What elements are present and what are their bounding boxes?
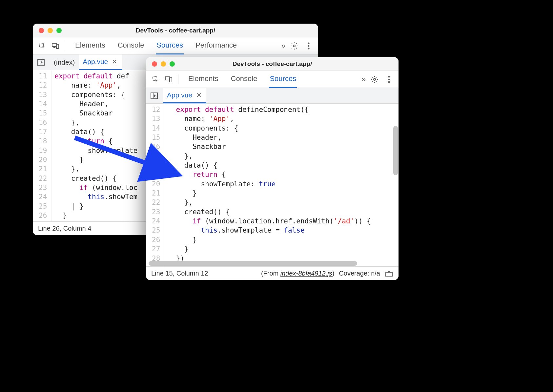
fullscreen-window-button[interactable] bbox=[170, 61, 175, 67]
toolbar: Elements Console Sources Performance » bbox=[33, 37, 318, 54]
more-tabs-icon[interactable]: » bbox=[362, 75, 365, 84]
cursor-position: Line 15, Column 12 bbox=[151, 270, 208, 277]
coverage-status: Coverage: n/a bbox=[339, 270, 380, 277]
svg-rect-18 bbox=[386, 272, 392, 276]
window-title: DevTools - coffee-cart.app/ bbox=[33, 27, 318, 34]
panel-toggle-icon[interactable] bbox=[149, 91, 159, 101]
file-tabs: App.vue ✕ bbox=[146, 88, 399, 104]
panel-toggle-icon[interactable] bbox=[36, 57, 46, 67]
svg-point-14 bbox=[388, 78, 390, 80]
svg-point-6 bbox=[308, 48, 310, 49]
status-bar: Line 15, Column 12 (From index-8bfa4912.… bbox=[146, 266, 399, 280]
tab-sources[interactable]: Sources bbox=[269, 71, 297, 88]
fullscreen-window-button[interactable] bbox=[56, 28, 62, 33]
tab-elements[interactable]: Elements bbox=[74, 37, 106, 54]
close-window-button[interactable] bbox=[39, 28, 44, 33]
tab-elements[interactable]: Elements bbox=[188, 71, 219, 88]
close-tab-icon[interactable]: ✕ bbox=[195, 91, 202, 99]
devtools-window-b: DevTools - coffee-cart.app/ Elements Con… bbox=[146, 57, 399, 280]
tab-console[interactable]: Console bbox=[230, 71, 258, 88]
file-tab-label: (index) bbox=[54, 58, 75, 66]
kebab-menu-icon[interactable] bbox=[304, 41, 314, 51]
drawer-toggle-icon[interactable] bbox=[385, 269, 393, 278]
kebab-menu-icon[interactable] bbox=[384, 74, 394, 84]
svg-point-5 bbox=[308, 45, 310, 47]
device-toggle-icon[interactable] bbox=[51, 41, 60, 51]
svg-point-4 bbox=[308, 42, 310, 44]
panel-tabs: Elements Console Sources Performance bbox=[74, 37, 237, 54]
file-tab-app[interactable]: App.vue ✕ bbox=[163, 88, 206, 103]
select-element-icon[interactable] bbox=[151, 74, 160, 84]
separator bbox=[178, 74, 178, 84]
svg-point-15 bbox=[388, 81, 390, 83]
file-tab-app[interactable]: App.vue ✕ bbox=[79, 54, 122, 70]
code-body[interactable]: export default defineComponent({ name: '… bbox=[165, 104, 399, 266]
cursor-position: Line 26, Column 4 bbox=[38, 225, 91, 232]
toolbar: Elements Console Sources » bbox=[146, 71, 399, 88]
select-element-icon[interactable] bbox=[37, 41, 47, 51]
sourcemap-origin: (From index-8bfa4912.js) bbox=[261, 270, 334, 277]
code-editor[interactable]: 1213141516171819202122232425262728 expor… bbox=[146, 104, 399, 266]
svg-point-13 bbox=[388, 76, 390, 77]
minimize-window-button[interactable] bbox=[161, 61, 166, 67]
line-gutter: 111213141516171819202122232425262728 bbox=[33, 70, 52, 221]
svg-point-12 bbox=[374, 78, 376, 80]
tab-performance[interactable]: Performance bbox=[195, 37, 237, 54]
scrollbar-vertical[interactable] bbox=[393, 106, 398, 258]
settings-icon[interactable] bbox=[289, 41, 299, 51]
more-tabs-icon[interactable]: » bbox=[281, 42, 285, 50]
tab-console[interactable]: Console bbox=[117, 37, 145, 54]
traffic-lights bbox=[33, 28, 62, 33]
titlebar[interactable]: DevTools - coffee-cart.app/ bbox=[146, 57, 399, 71]
file-tab-label: App.vue bbox=[167, 91, 192, 99]
line-gutter: 1213141516171819202122232425262728 bbox=[146, 104, 165, 266]
settings-icon[interactable] bbox=[370, 74, 379, 84]
minimize-window-button[interactable] bbox=[48, 28, 53, 33]
file-tab-index[interactable]: (index) bbox=[50, 54, 79, 70]
svg-point-3 bbox=[293, 45, 295, 47]
svg-rect-10 bbox=[165, 77, 170, 80]
tab-sources[interactable]: Sources bbox=[156, 37, 184, 54]
traffic-lights bbox=[146, 61, 175, 67]
svg-rect-1 bbox=[52, 43, 57, 47]
close-window-button[interactable] bbox=[152, 61, 157, 67]
separator bbox=[65, 41, 65, 51]
close-tab-icon[interactable]: ✕ bbox=[111, 58, 118, 66]
sourcemap-link[interactable]: index-8bfa4912.js bbox=[280, 270, 332, 277]
titlebar[interactable]: DevTools - coffee-cart.app/ bbox=[33, 24, 318, 37]
device-toggle-icon[interactable] bbox=[164, 74, 174, 84]
file-tab-label: App.vue bbox=[83, 58, 108, 66]
window-title: DevTools - coffee-cart.app/ bbox=[146, 60, 399, 68]
scrollbar-horizontal[interactable] bbox=[149, 261, 391, 266]
panel-tabs: Elements Console Sources bbox=[188, 71, 297, 88]
